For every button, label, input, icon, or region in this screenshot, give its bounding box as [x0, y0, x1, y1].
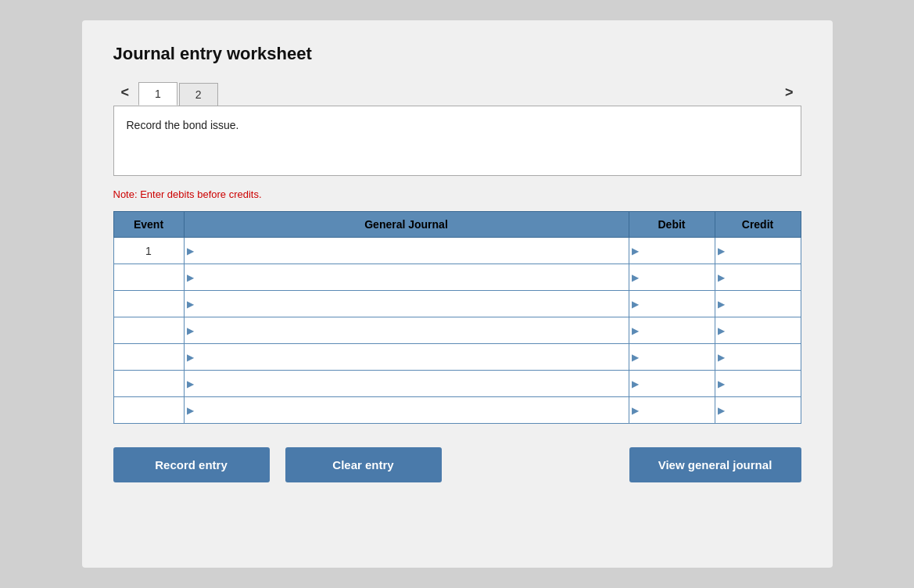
table-row: ▶▶▶	[113, 344, 801, 371]
arrow-icon: ▶	[632, 299, 639, 310]
tab-1[interactable]: 1	[138, 82, 177, 106]
arrow-icon: ▶	[187, 325, 194, 336]
arrow-icon: ▶	[632, 325, 639, 336]
table-row: ▶▶▶	[113, 397, 801, 424]
event-cell-4[interactable]	[113, 344, 184, 371]
table-row: ▶▶▶	[113, 317, 801, 344]
table-row: ▶▶▶	[113, 264, 801, 291]
journal-cell-1[interactable]: ▶	[184, 264, 629, 291]
arrow-icon: ▶	[632, 405, 639, 416]
arrow-icon: ▶	[718, 405, 725, 416]
journal-cell-5[interactable]: ▶	[184, 371, 629, 397]
journal-cell-2[interactable]: ▶	[184, 291, 629, 317]
arrow-icon: ▶	[632, 246, 639, 256]
note-text: Note: Enter debits before credits.	[113, 188, 801, 200]
arrow-icon: ▶	[718, 299, 725, 310]
arrow-icon: ▶	[718, 272, 725, 283]
debit-cell-3[interactable]: ▶	[629, 317, 715, 344]
page-title: Journal entry worksheet	[113, 44, 801, 64]
credit-cell-6[interactable]: ▶	[715, 397, 801, 424]
debit-cell-1[interactable]: ▶	[629, 264, 715, 291]
debit-cell-2[interactable]: ▶	[629, 291, 715, 317]
event-cell-5[interactable]	[113, 371, 184, 397]
arrow-icon: ▶	[632, 352, 639, 363]
nav-left-arrow[interactable]: <	[113, 80, 138, 106]
description-text: Record the bond issue.	[127, 119, 239, 131]
event-cell-3[interactable]	[113, 317, 184, 344]
journal-cell-0[interactable]: ▶	[184, 238, 629, 264]
arrow-icon: ▶	[187, 299, 194, 310]
table-row: ▶▶▶	[113, 371, 801, 397]
record-entry-button[interactable]: Record entry	[113, 447, 270, 482]
worksheet-container: Journal entry worksheet < 1 2 > Record t…	[82, 20, 833, 568]
arrow-icon: ▶	[187, 246, 194, 256]
journal-cell-3[interactable]: ▶	[184, 317, 629, 344]
event-cell-0[interactable]: 1	[113, 238, 184, 264]
tabs-row: < 1 2 >	[113, 80, 801, 106]
description-box: Record the bond issue.	[113, 106, 801, 176]
arrow-icon: ▶	[718, 378, 725, 389]
credit-cell-2[interactable]: ▶	[715, 291, 801, 317]
arrow-icon: ▶	[632, 272, 639, 283]
view-journal-button[interactable]: View general journal	[629, 447, 801, 482]
table-row: 1▶▶▶	[113, 238, 801, 264]
credit-cell-5[interactable]: ▶	[715, 371, 801, 397]
credit-cell-1[interactable]: ▶	[715, 264, 801, 291]
debit-cell-0[interactable]: ▶	[629, 238, 715, 264]
credit-cell-0[interactable]: ▶	[715, 238, 801, 264]
debit-cell-4[interactable]: ▶	[629, 344, 715, 371]
header-debit: Debit	[629, 212, 715, 238]
arrow-icon: ▶	[718, 325, 725, 336]
nav-right-arrow[interactable]: >	[777, 80, 801, 106]
arrow-icon: ▶	[632, 378, 639, 389]
arrow-icon: ▶	[718, 246, 725, 256]
arrow-icon: ▶	[187, 405, 194, 416]
header-credit: Credit	[715, 212, 801, 238]
header-journal: General Journal	[184, 212, 629, 238]
journal-cell-4[interactable]: ▶	[184, 344, 629, 371]
buttons-row: Record entry Clear entry View general jo…	[113, 447, 801, 482]
arrow-icon: ▶	[187, 352, 194, 363]
arrow-icon: ▶	[187, 272, 194, 283]
table-row: ▶▶▶	[113, 291, 801, 317]
credit-cell-3[interactable]: ▶	[715, 317, 801, 344]
journal-table: Event General Journal Debit Credit 1▶▶▶▶…	[113, 211, 801, 424]
event-cell-1[interactable]	[113, 264, 184, 291]
clear-entry-button[interactable]: Clear entry	[285, 447, 442, 482]
tab-2[interactable]: 2	[179, 83, 218, 106]
debit-cell-5[interactable]: ▶	[629, 371, 715, 397]
debit-cell-6[interactable]: ▶	[629, 397, 715, 424]
arrow-icon: ▶	[718, 352, 725, 363]
header-event: Event	[113, 212, 184, 238]
credit-cell-4[interactable]: ▶	[715, 344, 801, 371]
event-cell-2[interactable]	[113, 291, 184, 317]
journal-cell-6[interactable]: ▶	[184, 397, 629, 424]
arrow-icon: ▶	[187, 378, 194, 389]
event-cell-6[interactable]	[113, 397, 184, 424]
